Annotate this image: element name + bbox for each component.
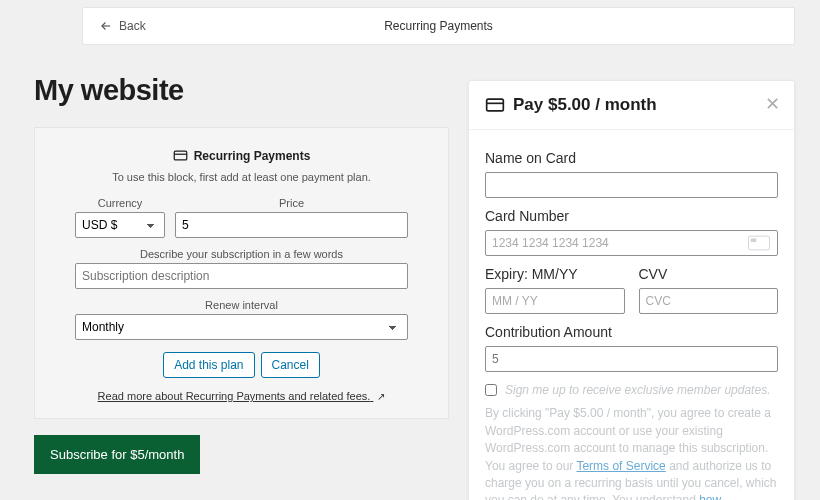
svg-rect-2 xyxy=(487,99,504,111)
site-title: My website xyxy=(34,74,449,107)
back-arrow-icon xyxy=(99,19,113,33)
expiry-input[interactable] xyxy=(485,288,625,314)
optin-checkbox[interactable] xyxy=(485,384,497,396)
card-number-label: Card Number xyxy=(485,208,778,224)
credit-card-icon xyxy=(485,95,505,115)
block-heading-text: Recurring Payments xyxy=(194,149,311,163)
close-icon[interactable]: ✕ xyxy=(765,95,780,113)
contribution-amount-input[interactable] xyxy=(485,346,778,372)
interval-select[interactable]: Monthly xyxy=(75,314,408,340)
recurring-payments-block: Recurring Payments To use this block, fi… xyxy=(34,127,449,419)
name-on-card-label: Name on Card xyxy=(485,150,778,166)
svg-rect-4 xyxy=(748,236,769,250)
credit-card-icon xyxy=(173,148,188,163)
interval-label: Renew interval xyxy=(75,299,408,311)
payment-header: Pay $5.00 / month ✕ xyxy=(469,81,794,130)
name-on-card-input[interactable] xyxy=(485,172,778,198)
description-input[interactable] xyxy=(75,263,408,289)
external-link-icon: ↗ xyxy=(377,391,385,402)
how-link[interactable]: how xyxy=(699,493,721,500)
read-more-link[interactable]: Read more about Recurring Payments and r… xyxy=(98,390,374,402)
expiry-label: Expiry: MM/YY xyxy=(485,266,625,282)
topbar-title: Recurring Payments xyxy=(83,19,794,33)
optin-text: Sign me up to receive exclusive member u… xyxy=(505,382,770,399)
top-bar: Back Recurring Payments xyxy=(82,7,795,45)
price-label: Price xyxy=(175,197,408,209)
card-number-input[interactable] xyxy=(485,230,778,256)
svg-rect-5 xyxy=(751,238,757,242)
currency-label: Currency xyxy=(75,197,165,209)
back-button[interactable]: Back xyxy=(83,19,146,33)
add-plan-button[interactable]: Add this plan xyxy=(163,352,254,378)
contribution-amount-label: Contribution Amount xyxy=(485,324,778,340)
subscribe-button[interactable]: Subscribe for $5/month xyxy=(34,435,200,474)
block-heading: Recurring Payments xyxy=(55,148,428,163)
terms-of-service-link[interactable]: Terms of Service xyxy=(576,459,665,473)
cvv-input[interactable] xyxy=(639,288,779,314)
description-label: Describe your subscription in a few word… xyxy=(75,248,408,260)
payment-title: Pay $5.00 / month xyxy=(513,95,657,115)
block-subheading: To use this block, first add at least on… xyxy=(55,171,428,183)
fine-print: Sign me up to receive exclusive member u… xyxy=(469,372,794,500)
payment-panel: Pay $5.00 / month ✕ Name on Card Card Nu… xyxy=(468,80,795,500)
svg-rect-0 xyxy=(174,151,187,160)
price-input[interactable] xyxy=(175,212,408,238)
cancel-button[interactable]: Cancel xyxy=(261,352,320,378)
cvv-label: CVV xyxy=(639,266,779,282)
editor-panel: My website Recurring Payments To use thi… xyxy=(34,74,449,474)
currency-select[interactable]: USD $ xyxy=(75,212,165,238)
back-label: Back xyxy=(119,19,146,33)
card-brand-icon xyxy=(748,235,770,251)
